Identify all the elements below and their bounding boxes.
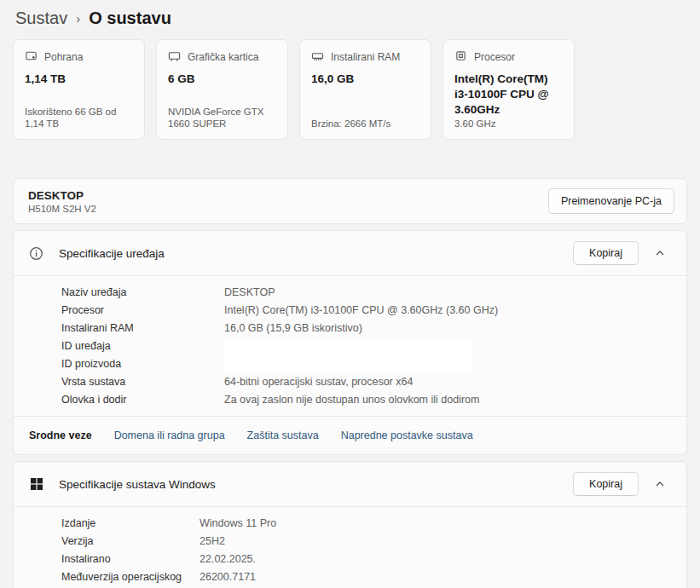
page-title: O sustavu (89, 9, 171, 28)
spec-label: Vrsta sustava (61, 373, 224, 391)
ram-icon (311, 49, 324, 65)
related-links-label: Srodne veze (29, 429, 92, 441)
spec-value: Za ovaj zaslon nije dostupan unos olovko… (224, 391, 686, 409)
windows-logo-icon (29, 477, 43, 491)
spec-label: Instalirano (61, 551, 200, 568)
breadcrumb-parent[interactable]: Sustav (15, 9, 67, 28)
ram-card-detail: Brzina: 2666 MT/s (311, 118, 419, 130)
storage-card-value: 1,14 TB (25, 72, 133, 87)
device-name-panel: DESKTOP H510M S2H V2 Preimenovanje PC-ja (13, 178, 687, 224)
gpu-card[interactable]: Grafička kartica 6 GB NVIDIA GeForce GTX… (156, 39, 288, 140)
cpu-card-value: Intel(R) Core(TM) i3-10100F CPU @ 3.60GH… (454, 72, 563, 118)
device-model: H510M S2H V2 (28, 204, 96, 214)
spec-label: Izdanje (61, 515, 200, 533)
spec-row: Verzija 25H2 (14, 533, 686, 551)
gpu-card-detail: NVIDIA GeForce GTX 1660 SUPER (168, 106, 276, 130)
chevron-up-icon[interactable] (651, 476, 668, 493)
rename-pc-button[interactable]: Preimenovanje PC-ja (548, 188, 674, 214)
spec-row: Instalirano 22.02.2025. (14, 551, 686, 568)
cpu-card[interactable]: Procesor Intel(R) Core(TM) i3-10100F CPU… (443, 39, 575, 140)
device-name: DESKTOP (28, 189, 96, 202)
info-icon (29, 246, 43, 261)
related-links-row: Srodne veze Domena ili radna grupa Zašti… (14, 416, 686, 454)
spec-value (224, 355, 471, 373)
storage-card-detail: Iskorišteno 66 GB od 1,14 TB (25, 106, 133, 130)
spec-row: Instalirani RAM 16,0 GB (15,9 GB iskoris… (14, 320, 686, 337)
device-specs-title: Specifikacije uređaja (59, 247, 165, 260)
breadcrumb: Sustav › O sustavu (0, 0, 700, 31)
spec-value: 22.02.2025. (200, 551, 686, 568)
spec-label: Verzija (61, 533, 200, 551)
spec-row: Izdanje Windows 11 Pro (14, 515, 686, 533)
ram-card-value: 16,0 GB (311, 72, 419, 87)
cpu-icon (454, 49, 467, 65)
cpu-card-label: Procesor (474, 51, 515, 63)
spec-row: Međuverzija operacijskog sustava 26200.7… (14, 568, 686, 588)
storage-card[interactable]: Pohrana 1,14 TB Iskorišteno 66 GB od 1,1… (13, 39, 145, 140)
settings-about-page: { "breadcrumb": { "parent": "Sustav", "s… (0, 0, 700, 588)
ram-card[interactable]: Instalirani RAM 16,0 GB Brzina: 2666 MT/… (299, 39, 431, 140)
storage-card-label: Pohrana (44, 51, 83, 63)
gpu-card-value: 6 GB (168, 72, 276, 87)
cpu-card-detail: 3.60 GHz (454, 118, 563, 130)
link-domain-workgroup[interactable]: Domena ili radna grupa (114, 429, 225, 441)
spec-value: Windows 11 Pro (200, 515, 686, 533)
spec-row: ID uređaja (14, 337, 686, 355)
spec-label: Instalirani RAM (61, 320, 224, 337)
spec-value: DESKTOP (224, 284, 686, 302)
spec-label: ID proizvoda (61, 355, 224, 373)
chevron-up-icon[interactable] (651, 245, 668, 262)
spec-value: 26200.7171 (200, 568, 686, 588)
spec-value: 16,0 GB (15,9 GB iskoristivo) (224, 320, 686, 337)
spec-label: Međuverzija operacijskog sustava (61, 568, 200, 588)
storage-icon (25, 49, 38, 65)
device-specs-body: Naziv uređaja DESKTOP Procesor Intel(R) … (14, 275, 686, 416)
gpu-icon (168, 49, 181, 65)
spec-row: ID proizvoda (14, 355, 686, 373)
windows-specs-body: Izdanje Windows 11 Pro Verzija 25H2 Inst… (14, 506, 686, 588)
spec-row: Vrsta sustava 64-bitni operacijski susta… (14, 373, 686, 391)
device-specs-panel: Specifikacije uređaja Kopiraj Naziv uređ… (13, 230, 687, 455)
spec-label: Naziv uređaja (61, 284, 224, 302)
link-advanced-system-settings[interactable]: Napredne postavke sustava (341, 429, 473, 441)
spec-row: Olovka i dodir Za ovaj zaslon nije dostu… (14, 391, 686, 409)
spec-value: 25H2 (200, 533, 686, 551)
gpu-card-label: Grafička kartica (188, 51, 258, 63)
spec-label: Procesor (61, 302, 224, 320)
link-system-protection[interactable]: Zaštita sustava (247, 429, 319, 441)
spec-value (224, 337, 471, 355)
copy-windows-specs-button[interactable]: Kopiraj (573, 472, 639, 496)
spec-label: Olovka i dodir (61, 391, 224, 409)
device-specs-header[interactable]: Specifikacije uređaja Kopiraj (14, 231, 686, 275)
spec-value: 64-bitni operacijski sustav, procesor x6… (224, 373, 686, 391)
breadcrumb-separator-icon: › (76, 11, 80, 26)
windows-specs-header[interactable]: Specifikacije sustava Windows Kopiraj (14, 462, 686, 506)
copy-device-specs-button[interactable]: Kopiraj (573, 241, 639, 265)
summary-cards: Pohrana 1,14 TB Iskorišteno 66 GB od 1,1… (13, 39, 686, 140)
spec-value: Intel(R) Core(TM) i3-10100F CPU @ 3.60GH… (224, 302, 686, 320)
spec-row: Naziv uređaja DESKTOP (14, 284, 686, 302)
windows-specs-panel: Specifikacije sustava Windows Kopiraj Iz… (13, 461, 687, 588)
windows-specs-title: Specifikacije sustava Windows (59, 478, 216, 491)
spec-label: ID uređaja (61, 337, 224, 355)
ram-card-label: Instalirani RAM (331, 51, 400, 63)
spec-row: Procesor Intel(R) Core(TM) i3-10100F CPU… (14, 302, 686, 320)
